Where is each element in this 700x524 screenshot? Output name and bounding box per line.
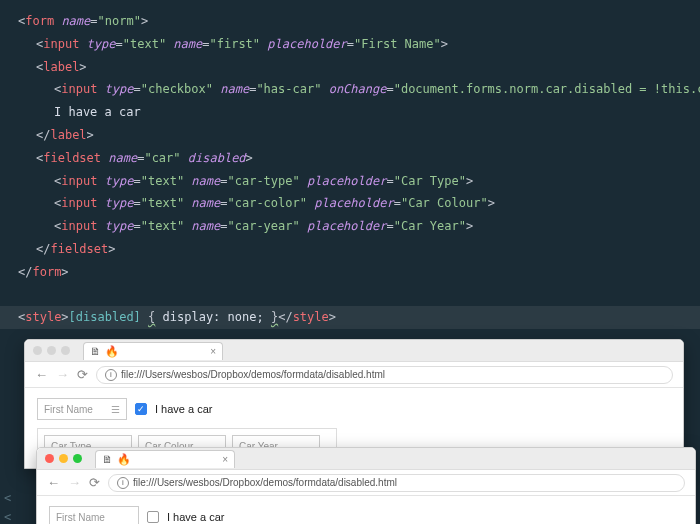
code-line: <input type="text" name="car-type" place… xyxy=(18,170,682,193)
tab-title: 🔥 xyxy=(117,453,131,466)
back-icon[interactable]: ← xyxy=(35,367,48,382)
traffic-light-max[interactable] xyxy=(61,346,70,355)
tab-bar: 🗎 🔥 × xyxy=(25,340,683,362)
traffic-light-close[interactable] xyxy=(45,454,54,463)
info-icon: i xyxy=(105,369,117,381)
url-text: file:///Users/wesbos/Dropbox/demos/formd… xyxy=(133,477,397,488)
code-line xyxy=(18,284,682,307)
code-line-highlighted: <style>[disabled] { display: none; }</st… xyxy=(18,310,336,324)
code-line: <input type="text" name="car-color" plac… xyxy=(18,192,682,215)
url-field[interactable]: i file:///Users/wesbos/Dropbox/demos/for… xyxy=(96,366,673,384)
forward-icon[interactable]: → xyxy=(56,367,69,382)
browser-preview-area: 🗎 🔥 × ← → ⟳ i file:///Users/wesbos/Dropb… xyxy=(0,339,700,524)
input-suffix-icon: ☰ xyxy=(111,404,120,415)
address-bar: ← → ⟳ i file:///Users/wesbos/Dropbox/dem… xyxy=(25,362,683,388)
code-line: <form name="norm"> xyxy=(18,10,682,33)
gutter-indicators: << xyxy=(4,489,11,524)
reload-icon[interactable]: ⟳ xyxy=(77,367,88,382)
has-car-checkbox[interactable]: ✓ xyxy=(135,403,147,415)
code-line: <fieldset name="car" disabled> xyxy=(18,147,682,170)
browser-tab[interactable]: 🗎 🔥 × xyxy=(95,450,235,468)
forward-icon[interactable]: → xyxy=(68,475,81,490)
has-car-checkbox[interactable] xyxy=(147,511,159,523)
code-line: </fieldset> xyxy=(18,238,682,261)
traffic-light-min[interactable] xyxy=(47,346,56,355)
traffic-light-min[interactable] xyxy=(59,454,68,463)
code-editor: <form name="norm"> <input type="text" na… xyxy=(0,0,700,339)
file-icon: 🗎 xyxy=(90,345,101,357)
code-line: I have a car xyxy=(18,101,682,124)
url-text: file:///Users/wesbos/Dropbox/demos/formd… xyxy=(121,369,385,380)
address-bar: ← → ⟳ i file:///Users/wesbos/Dropbox/dem… xyxy=(37,470,695,496)
tab-bar: 🗎 🔥 × xyxy=(37,448,695,470)
checkbox-label: I have a car xyxy=(167,511,224,523)
file-icon: 🗎 xyxy=(102,453,113,465)
code-line: <input type="checkbox" name="has-car" on… xyxy=(18,78,682,101)
browser-tab[interactable]: 🗎 🔥 × xyxy=(83,342,223,360)
reload-icon[interactable]: ⟳ xyxy=(89,475,100,490)
close-tab-icon[interactable]: × xyxy=(210,346,216,357)
info-icon: i xyxy=(117,477,129,489)
back-icon[interactable]: ← xyxy=(47,475,60,490)
code-line: </label> xyxy=(18,124,682,147)
traffic-light-close[interactable] xyxy=(33,346,42,355)
first-name-input[interactable]: First Name xyxy=(49,506,139,524)
tab-title: 🔥 xyxy=(105,345,119,358)
close-tab-icon[interactable]: × xyxy=(222,454,228,465)
browser-window-unchecked: 🗎 🔥 × ← → ⟳ i file:///Users/wesbos/Dropb… xyxy=(36,447,696,524)
code-line: </form> xyxy=(18,261,682,284)
url-field[interactable]: i file:///Users/wesbos/Dropbox/demos/for… xyxy=(108,474,685,492)
page-content: First Name I have a car xyxy=(37,496,695,524)
checkbox-label: I have a car xyxy=(155,403,212,415)
traffic-light-max[interactable] xyxy=(73,454,82,463)
code-line: <label> xyxy=(18,56,682,79)
first-name-input[interactable]: First Name☰ xyxy=(37,398,127,420)
code-line: <input type="text" name="first" placehol… xyxy=(18,33,682,56)
code-line: <input type="text" name="car-year" place… xyxy=(18,215,682,238)
